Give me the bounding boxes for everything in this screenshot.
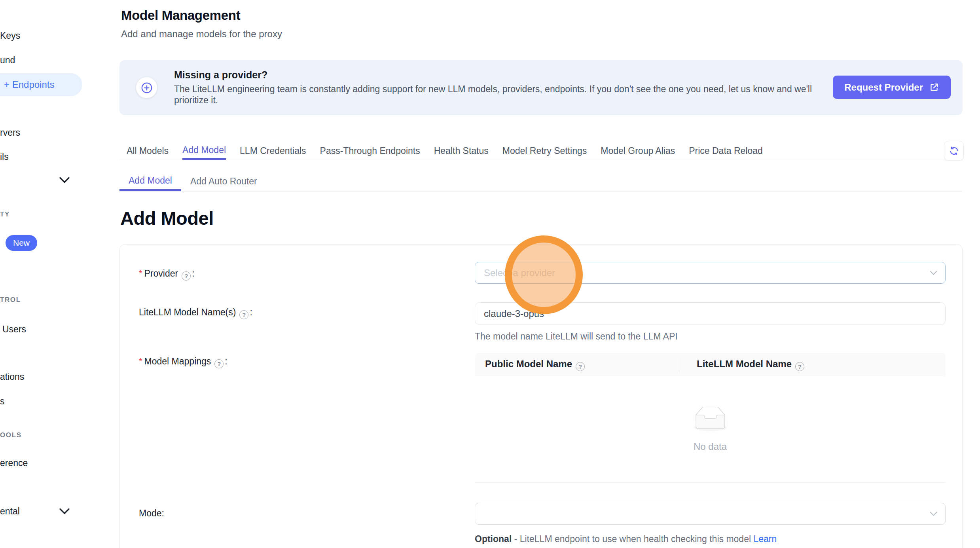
add-model-subtabs: Add Model Add Auto Router bbox=[119, 172, 963, 192]
external-link-icon bbox=[929, 82, 939, 93]
sidebar-item-teams[interactable]: s bbox=[0, 396, 5, 407]
help-icon[interactable]: ? bbox=[795, 362, 804, 371]
tab-price-data-reload[interactable]: Price Data Reload bbox=[689, 142, 763, 160]
mode-select[interactable] bbox=[475, 503, 946, 525]
sidebar: Keys und + Endpoints rvers ils TY New TR… bbox=[0, 0, 119, 548]
page-subtitle: Add and manage models for the proxy bbox=[121, 28, 282, 40]
model-name-label: LiteLLM Model Name(s)?: bbox=[139, 307, 252, 319]
refresh-button[interactable] bbox=[944, 141, 964, 161]
sidebar-item-keys[interactable]: Keys bbox=[0, 30, 20, 41]
model-name-value: claude-3-opus bbox=[484, 308, 544, 319]
column-header-public-model-name: Public Model Name? bbox=[475, 358, 679, 371]
model-mappings-label: *Model Mappings?: bbox=[139, 356, 227, 368]
request-provider-label: Request Provider bbox=[844, 82, 923, 93]
model-tabs: All Models Add Model LLM Credentials Pas… bbox=[119, 142, 963, 160]
mappings-empty-state: No data bbox=[475, 376, 946, 483]
sidebar-item-playground[interactable]: und bbox=[0, 55, 15, 66]
mode-help-optional: Optional bbox=[475, 534, 512, 544]
sidebar-item-logs[interactable]: ils bbox=[0, 151, 9, 162]
page-title: Model Management bbox=[121, 8, 240, 23]
mode-help-text: Optional - LiteLLM endpoint to use when … bbox=[475, 534, 777, 544]
plus-circle-icon bbox=[136, 77, 157, 98]
chevron-down-icon[interactable] bbox=[59, 177, 70, 183]
sidebar-item-organizations[interactable]: ations bbox=[0, 371, 24, 382]
refresh-icon bbox=[949, 146, 959, 156]
chevron-down-icon bbox=[930, 271, 937, 275]
tab-pass-through-endpoints[interactable]: Pass-Through Endpoints bbox=[320, 142, 420, 160]
help-icon[interactable]: ? bbox=[239, 310, 248, 319]
no-data-text: No data bbox=[694, 441, 727, 452]
model-name-input[interactable]: claude-3-opus bbox=[475, 302, 946, 325]
help-icon[interactable]: ? bbox=[182, 271, 191, 281]
provider-placeholder: Select a provider bbox=[484, 267, 555, 279]
empty-box-icon bbox=[690, 407, 730, 432]
required-asterisk: * bbox=[139, 268, 142, 278]
add-model-form-card: *Provider?: Select a provider LiteLLM Mo… bbox=[119, 244, 963, 548]
column-header-litellm-model-name: LiteLLM Model Name? bbox=[679, 358, 806, 371]
tab-add-model[interactable]: Add Model bbox=[182, 142, 226, 160]
sidebar-item-users[interactable]: Users bbox=[2, 324, 26, 335]
required-asterisk: * bbox=[139, 356, 142, 366]
provider-select[interactable]: Select a provider bbox=[475, 262, 946, 284]
help-icon[interactable]: ? bbox=[576, 362, 585, 371]
model-name-help-text: The model name LiteLLM will send to the … bbox=[475, 331, 678, 342]
learn-link[interactable]: Learn bbox=[753, 534, 777, 544]
mappings-table-header: Public Model Name? LiteLLM Model Name? bbox=[475, 353, 946, 376]
sidebar-section-header: OOLS bbox=[0, 431, 22, 439]
provider-label: *Provider?: bbox=[139, 268, 195, 281]
mode-label: Mode: bbox=[139, 508, 164, 519]
new-badge-label: New bbox=[13, 238, 30, 248]
sidebar-item-label: + Endpoints bbox=[4, 79, 54, 90]
missing-provider-banner: Missing a provider? The LiteLLM engineer… bbox=[119, 60, 963, 115]
sidebar-item-inference[interactable]: erence bbox=[0, 457, 28, 468]
tab-model-retry-settings[interactable]: Model Retry Settings bbox=[502, 142, 587, 160]
tab-model-group-alias[interactable]: Model Group Alias bbox=[601, 142, 675, 160]
add-model-heading: Add Model bbox=[120, 207, 214, 229]
subtab-add-model[interactable]: Add Model bbox=[119, 172, 181, 191]
sidebar-section-header: TY bbox=[0, 210, 10, 218]
sidebar-section-header: TROL bbox=[0, 296, 21, 304]
tab-llm-credentials[interactable]: LLM Credentials bbox=[240, 142, 306, 160]
help-icon[interactable]: ? bbox=[214, 359, 224, 368]
chevron-down-icon[interactable] bbox=[59, 508, 70, 514]
subtab-add-auto-router[interactable]: Add Auto Router bbox=[181, 172, 266, 191]
banner-body: The LiteLLM engineering team is constant… bbox=[174, 83, 819, 106]
sidebar-item-experimental[interactable]: ental bbox=[0, 506, 20, 517]
tab-all-models[interactable]: All Models bbox=[127, 142, 169, 160]
chevron-down-icon bbox=[930, 512, 937, 516]
sidebar-item-servers[interactable]: rvers bbox=[0, 127, 20, 138]
sidebar-item-passthrough-endpoints[interactable]: + Endpoints bbox=[0, 73, 82, 96]
new-badge: New bbox=[6, 235, 37, 251]
banner-title: Missing a provider? bbox=[174, 69, 267, 81]
request-provider-button[interactable]: Request Provider bbox=[833, 76, 951, 99]
tab-health-status[interactable]: Health Status bbox=[434, 142, 489, 160]
